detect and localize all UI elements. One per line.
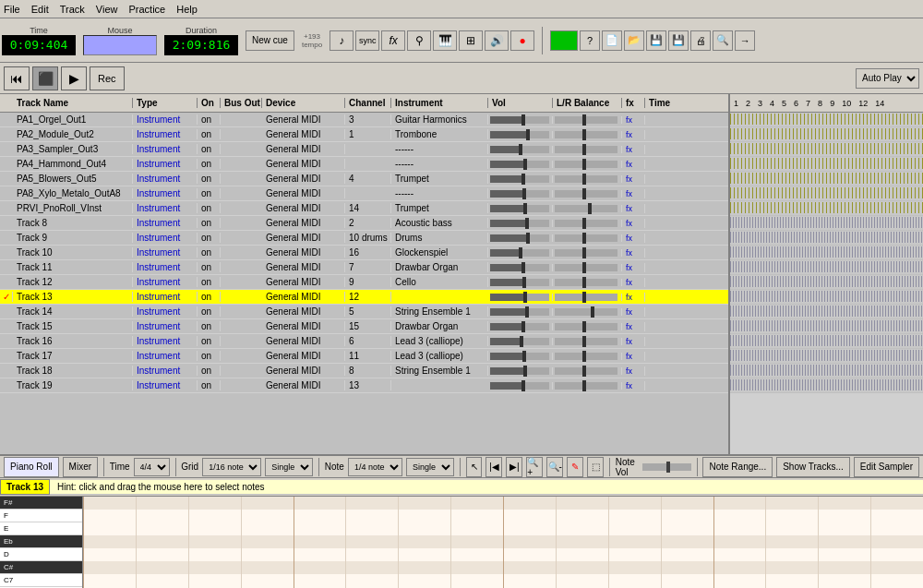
menu-practice[interactable]: Practice: [128, 4, 165, 15]
track-vol[interactable]: [488, 190, 553, 198]
track-on[interactable]: on: [198, 262, 221, 272]
single2-select[interactable]: Single: [406, 458, 454, 476]
track-row[interactable]: Track 8 Instrument on General MIDI 2 Aco…: [0, 216, 728, 231]
track-on[interactable]: on: [198, 159, 221, 169]
track-fx[interactable]: fx: [622, 322, 645, 331]
snap2-icon[interactable]: ▶|: [506, 457, 522, 477]
menu-edit[interactable]: Edit: [31, 4, 49, 15]
snap-icon[interactable]: |◀: [485, 457, 502, 477]
track-on[interactable]: on: [198, 277, 221, 287]
balance-slider[interactable]: [555, 367, 617, 375]
track-on[interactable]: on: [198, 174, 221, 184]
timeline-track-row[interactable]: [730, 334, 923, 349]
balance-slider[interactable]: [555, 190, 617, 198]
track-row[interactable]: Track 12 Instrument on General MIDI 9 Ce…: [0, 275, 728, 290]
print-icon[interactable]: 🖨: [690, 30, 711, 51]
track-fx[interactable]: fx: [622, 130, 645, 139]
vol-slider[interactable]: [490, 338, 549, 345]
track-on[interactable]: on: [198, 247, 221, 258]
midi-icon[interactable]: ♪: [330, 30, 354, 51]
track-on[interactable]: on: [198, 218, 221, 228]
track-vol[interactable]: [488, 338, 553, 345]
track-fx[interactable]: fx: [622, 174, 645, 184]
note-range-button[interactable]: Note Range...: [702, 457, 773, 477]
track-on[interactable]: on: [198, 366, 221, 376]
key-eb[interactable]: Eb: [0, 535, 82, 548]
track-vol[interactable]: [488, 294, 553, 301]
timeline-track-row[interactable]: [730, 260, 923, 275]
track-check[interactable]: ✓: [0, 292, 13, 302]
track-balance[interactable]: [553, 116, 622, 124]
timeline-track-row[interactable]: [730, 113, 923, 127]
track-fx[interactable]: fx: [622, 115, 645, 125]
track-on[interactable]: on: [198, 306, 221, 317]
balance-slider[interactable]: [555, 294, 617, 301]
sync-button[interactable]: sync: [355, 30, 379, 51]
track-balance[interactable]: [553, 264, 622, 271]
grid-select[interactable]: 1/16 note: [202, 458, 261, 476]
track-row[interactable]: PRVI_PnoRoll_VInst Instrument on General…: [0, 201, 728, 216]
track-row[interactable]: Track 18 Instrument on General MIDI 8 St…: [0, 364, 728, 378]
vol-slider[interactable]: [490, 131, 549, 138]
track-vol[interactable]: [488, 146, 553, 153]
track-on[interactable]: on: [198, 203, 221, 213]
rewind-button[interactable]: ⏮: [4, 66, 30, 90]
track-on[interactable]: on: [198, 380, 221, 390]
key-d[interactable]: D: [0, 548, 82, 561]
single1-select[interactable]: Single: [265, 458, 313, 476]
vol-slider[interactable]: [490, 264, 549, 271]
vol-slider[interactable]: [490, 234, 549, 242]
needle-icon[interactable]: ⚲: [407, 30, 431, 51]
record-icon[interactable]: ●: [510, 30, 534, 51]
key-csharp[interactable]: C#: [0, 561, 82, 574]
key-c7[interactable]: C7: [0, 574, 82, 587]
track-balance[interactable]: [553, 279, 622, 286]
track-fx[interactable]: fx: [622, 337, 645, 346]
menu-view[interactable]: View: [96, 4, 118, 15]
stop-button[interactable]: ⬛: [32, 66, 58, 90]
mixer-tab[interactable]: Mixer: [63, 457, 98, 477]
track-vol[interactable]: [488, 175, 553, 183]
select-icon[interactable]: ⬚: [587, 457, 604, 477]
track-row[interactable]: Track 10 Instrument on General MIDI 16 G…: [0, 246, 728, 260]
vol-slider[interactable]: [490, 190, 549, 198]
timeline-track-row[interactable]: [730, 127, 923, 142]
track-balance[interactable]: [553, 367, 622, 375]
note-vol-slider[interactable]: [642, 463, 691, 471]
key-fsharp-high[interactable]: F#: [0, 497, 82, 510]
track-vol[interactable]: [488, 205, 553, 212]
vol-slider[interactable]: [490, 367, 549, 375]
show-tracks-button[interactable]: Show Tracks...: [776, 457, 850, 477]
vol-slider[interactable]: [490, 353, 549, 360]
vol-slider[interactable]: [490, 161, 549, 168]
track-fx[interactable]: fx: [622, 293, 645, 302]
track-balance[interactable]: [553, 205, 622, 212]
track-vol[interactable]: [488, 116, 553, 124]
track-balance[interactable]: [553, 234, 622, 242]
timeline-track-row[interactable]: [730, 364, 923, 378]
vol-slider[interactable]: [490, 146, 549, 153]
question-icon[interactable]: ?: [580, 30, 600, 51]
timeline-track-row[interactable]: [730, 290, 923, 305]
track-balance[interactable]: [553, 175, 622, 183]
track-balance[interactable]: [553, 294, 622, 301]
timeline-track-row[interactable]: [730, 349, 923, 364]
track-vol[interactable]: [488, 161, 553, 168]
track-row[interactable]: Track 14 Instrument on General MIDI 5 St…: [0, 305, 728, 319]
vol-slider[interactable]: [490, 175, 549, 183]
piano-icon[interactable]: 🎹: [433, 30, 457, 51]
track-row[interactable]: Track 15 Instrument on General MIDI 15 D…: [0, 319, 728, 334]
balance-slider[interactable]: [555, 264, 617, 271]
track-fx[interactable]: fx: [622, 145, 645, 154]
timeline-track-row[interactable]: [730, 231, 923, 246]
document-icon[interactable]: 📄: [602, 30, 622, 51]
balance-slider[interactable]: [555, 175, 617, 183]
key-f[interactable]: F: [0, 510, 82, 522]
folder-icon[interactable]: 📂: [624, 30, 644, 51]
track-fx[interactable]: fx: [622, 263, 645, 272]
track-balance[interactable]: [553, 323, 622, 330]
track-balance[interactable]: [553, 249, 622, 257]
track-balance[interactable]: [553, 220, 622, 227]
timeline-track-row[interactable]: [730, 157, 923, 172]
rec-button[interactable]: Rec: [90, 66, 125, 90]
